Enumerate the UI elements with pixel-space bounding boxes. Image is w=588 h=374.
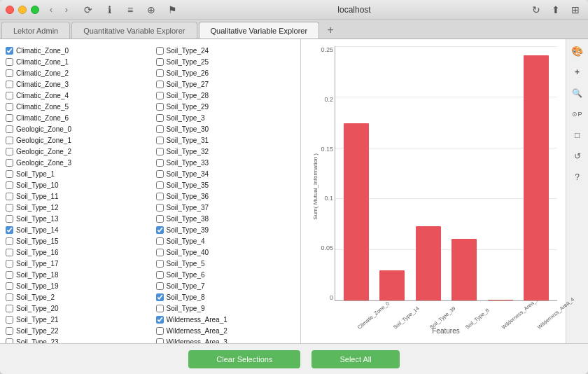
chart-wrapper: Sum( Mutual_Information ) 0.250.20.150.1…	[308, 46, 559, 336]
checkbox-item[interactable]: Soil_Type_36	[156, 191, 295, 202]
checkbox-item[interactable]: Soil_Type_34	[156, 168, 295, 179]
checkbox-item[interactable]: Soil_Type_5	[156, 258, 295, 269]
window-title: localhost	[179, 5, 529, 15]
bookmark-icon[interactable]: ⚑	[165, 3, 179, 17]
checkbox-item[interactable]: Soil_Type_24	[156, 45, 295, 56]
checkbox-item[interactable]: Soil_Type_38	[156, 213, 295, 224]
checkbox-item[interactable]: Soil_Type_11	[6, 191, 145, 202]
checkbox-item[interactable]: Soil_Type_13	[6, 213, 145, 224]
checkbox-item[interactable]: Wilderness_Area_1	[156, 314, 295, 325]
footer: Clear Selections Select All	[0, 343, 588, 374]
checkbox-item[interactable]: Soil_Type_40	[156, 247, 295, 258]
checkbox-item[interactable]: Soil_Type_30	[156, 123, 295, 134]
checkbox-item[interactable]: Climatic_Zone_1	[6, 56, 145, 67]
maximize-button[interactable]	[31, 6, 39, 14]
checkbox-item[interactable]: Soil_Type_7	[156, 280, 295, 291]
checkbox-item[interactable]: Soil_Type_29	[156, 101, 295, 112]
checkbox-item[interactable]: Soil_Type_18	[6, 269, 145, 280]
chart-container: Sum( Mutual_Information ) 0.250.20.150.1…	[308, 46, 559, 336]
checkbox-item[interactable]: Soil_Type_3	[156, 112, 295, 123]
checkbox-item[interactable]: Soil_Type_14	[6, 224, 145, 235]
checkbox-item[interactable]: Wilderness_Area_3	[156, 336, 295, 343]
forward-button[interactable]: ›	[60, 4, 73, 16]
clear-button[interactable]: Clear Selections	[188, 350, 300, 368]
checkbox-item[interactable]: Soil_Type_19	[6, 280, 145, 291]
checkbox-item[interactable]: Soil_Type_33	[156, 157, 295, 168]
circle-p-icon[interactable]: ⊙P	[570, 106, 585, 122]
bar-group: Wilderness_Area_1	[488, 46, 513, 300]
palette-icon[interactable]: 🎨	[570, 43, 585, 59]
y-axis-ticks: 0.250.20.150.10.050	[321, 46, 335, 301]
checkbox-item[interactable]: Geologic_Zone_1	[6, 134, 145, 146]
back-button[interactable]: ‹	[45, 4, 57, 16]
share-icon[interactable]: ⬆	[549, 3, 563, 17]
checkbox-item[interactable]: Wilderness_Area_2	[156, 325, 295, 336]
checkbox-item[interactable]: Climatic_Zone_2	[6, 67, 145, 78]
toolbar-right: ↻ ⬆ ⊞	[529, 3, 582, 17]
chart-bar	[379, 270, 405, 300]
checkbox-item[interactable]: Soil_Type_16	[6, 247, 145, 258]
checkbox-item[interactable]: Soil_Type_21	[6, 314, 145, 325]
y-tick: 0.15	[321, 146, 333, 153]
checkbox-item[interactable]: Climatic_Zone_5	[6, 101, 145, 112]
checkbox-item[interactable]: Soil_Type_31	[156, 134, 295, 146]
help-icon[interactable]: ?	[570, 169, 585, 185]
checkbox-item[interactable]: Climatic_Zone_6	[6, 112, 145, 123]
checkbox-item[interactable]: Soil_Type_20	[6, 303, 145, 314]
checkbox-item[interactable]: Climatic_Zone_4	[6, 90, 145, 101]
tab-lektor[interactable]: Lektor Admin	[1, 22, 70, 39]
checkbox-item[interactable]: Soil_Type_26	[156, 67, 295, 78]
checkbox-item[interactable]: Soil_Type_17	[6, 258, 145, 269]
chart-bar	[488, 300, 513, 300]
checkbox-item[interactable]: Climatic_Zone_3	[6, 78, 145, 90]
checkbox-columns: Climatic_Zone_0Climatic_Zone_1Climatic_Z…	[0, 45, 300, 343]
reload-icon[interactable]: ↻	[529, 3, 543, 17]
minimize-button[interactable]	[18, 6, 27, 14]
chart-plot: Climatic_Zone_0Soil_Type_14Soil_Type_39S…	[335, 46, 557, 301]
checkbox-item[interactable]: Soil_Type_8	[156, 291, 295, 303]
checkbox-item[interactable]: Soil_Type_4	[156, 235, 295, 247]
checkbox-item[interactable]: Soil_Type_32	[156, 146, 295, 157]
checkbox-item[interactable]: Climatic_Zone_0	[6, 45, 145, 56]
layers-icon[interactable]: ≡	[123, 3, 137, 17]
add-icon[interactable]: +	[570, 64, 585, 80]
y-tick: 0	[330, 294, 333, 301]
add-tab-button[interactable]: +	[322, 22, 339, 39]
checkbox-item[interactable]: Soil_Type_28	[156, 90, 295, 101]
checkbox-item[interactable]: Soil_Type_15	[6, 235, 145, 247]
close-button[interactable]	[6, 6, 14, 14]
checkbox-item[interactable]: Soil_Type_37	[156, 202, 295, 213]
content-area: Climatic_Zone_0Climatic_Zone_1Climatic_Z…	[0, 39, 588, 343]
tab-qualitative[interactable]: Qualitative Variable Explorer	[199, 22, 320, 39]
checkbox-item[interactable]: Soil_Type_39	[156, 224, 295, 235]
globe-icon[interactable]: ⊕	[144, 3, 158, 17]
checkbox-item[interactable]: Geologic_Zone_0	[6, 123, 145, 134]
checkbox-item[interactable]: Soil_Type_27	[156, 78, 295, 90]
main-window: ‹ › ⟳ ℹ ≡ ⊕ ⚑ localhost ↻ ⬆ ⊞ Lektor Adm…	[0, 0, 588, 374]
checkbox-item[interactable]: Soil_Type_1	[6, 168, 145, 179]
checkbox-item[interactable]: Soil_Type_22	[6, 325, 145, 336]
toolbar-icons: ⟳ ℹ ≡ ⊕ ⚑	[81, 3, 179, 17]
tab-quantitative[interactable]: Quantitative Variable Explorer	[71, 22, 197, 39]
checkbox-item[interactable]: Geologic_Zone_3	[6, 157, 145, 168]
checkbox-item[interactable]: Soil_Type_9	[156, 303, 295, 314]
refresh-icon[interactable]: ⟳	[81, 3, 95, 17]
checkbox-item[interactable]: Soil_Type_12	[6, 202, 145, 213]
new-tab-icon[interactable]: ⊞	[568, 3, 582, 17]
title-bar: ‹ › ⟳ ℹ ≡ ⊕ ⚑ localhost ↻ ⬆ ⊞	[0, 0, 588, 20]
square-icon[interactable]: □	[570, 127, 585, 143]
checkbox-item[interactable]: Soil_Type_25	[156, 56, 295, 67]
checkbox-item[interactable]: Soil_Type_10	[6, 179, 145, 191]
checkbox-item[interactable]: Soil_Type_23	[6, 336, 145, 343]
checkbox-item[interactable]: Soil_Type_6	[156, 269, 295, 280]
search-icon[interactable]: 🔍	[570, 85, 585, 101]
undo-icon[interactable]: ↺	[570, 148, 585, 164]
select-all-button[interactable]: Select All	[312, 350, 399, 368]
checkbox-item[interactable]: Geologic_Zone_2	[6, 146, 145, 157]
chart-bar	[416, 226, 441, 300]
chart-bar	[524, 55, 549, 300]
y-tick: 0.2	[324, 96, 333, 103]
checkbox-item[interactable]: Soil_Type_35	[156, 179, 295, 191]
checkbox-item[interactable]: Soil_Type_2	[6, 291, 145, 303]
info-icon[interactable]: ℹ	[102, 3, 116, 17]
